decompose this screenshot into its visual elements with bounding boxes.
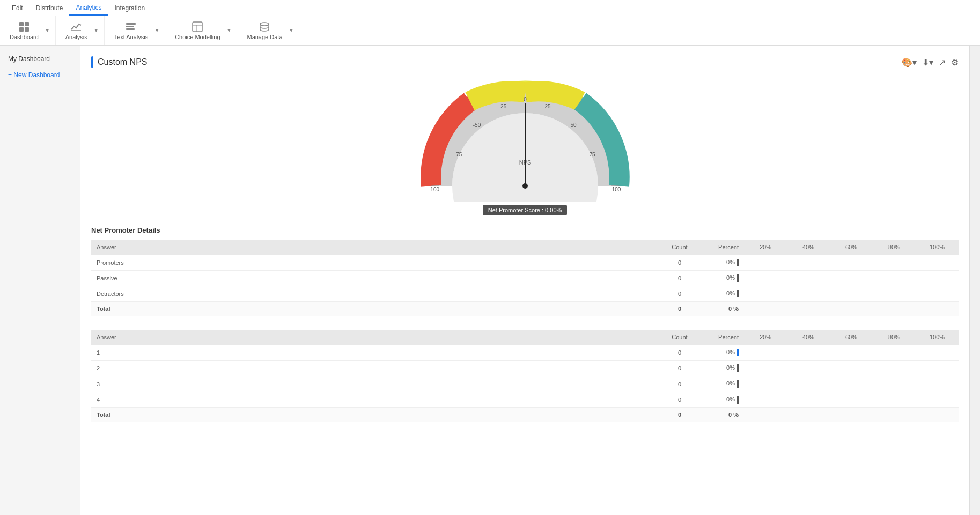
table-row: 4 0 0% xyxy=(91,392,959,407)
text-analysis-svg-icon xyxy=(125,21,137,33)
svg-text:-100: -100 xyxy=(428,186,439,192)
dashboard-dropdown-arrow: ▼ xyxy=(45,28,50,33)
svg-point-11 xyxy=(260,23,269,26)
main-layout: My Dashboard + New Dashboard Custom NPS … xyxy=(0,46,980,515)
table-row: Detractors 0 0% xyxy=(91,286,959,302)
table-row: 2 0 0% xyxy=(91,361,959,376)
row4-percent: 0% xyxy=(701,392,744,407)
gauge-tooltip: Net Promoter Score : 0.00% xyxy=(483,205,568,215)
net-promoter-title: Net Promoter Details xyxy=(91,226,959,234)
table-row: Passive 0 0% xyxy=(91,271,959,286)
row3-percent: 0% xyxy=(701,376,744,392)
nav-integration[interactable]: Integration xyxy=(108,0,151,16)
svg-rect-8 xyxy=(193,22,202,32)
toolbar-analysis[interactable]: Analysis ▼ xyxy=(56,16,105,45)
col-answer-header2: Answer xyxy=(91,330,658,345)
analysis-svg-icon xyxy=(70,21,82,33)
page-heading: Custom NPS xyxy=(98,57,147,67)
analysis-icon-group: Analysis xyxy=(61,18,92,43)
svg-rect-2 xyxy=(19,27,24,32)
dashboard-svg-icon xyxy=(18,21,30,33)
row4-count: 0 xyxy=(658,392,701,407)
table-row: 1 0 0% xyxy=(91,345,959,361)
total-count: 0 xyxy=(658,302,701,316)
col-20-header2: 20% xyxy=(744,330,787,345)
svg-rect-3 xyxy=(25,27,29,32)
col-percent-header: Percent xyxy=(701,240,744,255)
row3-answer: 3 xyxy=(91,376,658,392)
toolbar-choice-modelling[interactable]: Choice Modelling ▼ xyxy=(165,16,237,45)
settings-icon[interactable]: ⚙ xyxy=(951,57,959,68)
svg-rect-5 xyxy=(126,23,136,25)
gauge-container: -100 -75 -50 -25 0 25 50 75 100 xyxy=(91,79,959,215)
svg-point-25 xyxy=(522,183,528,189)
toolbar-manage-data[interactable]: Manage Data ▼ xyxy=(237,16,299,45)
col-40-header: 40% xyxy=(787,240,830,255)
svg-rect-7 xyxy=(126,28,135,30)
row3-count: 0 xyxy=(658,376,701,392)
passive-answer: Passive xyxy=(91,271,658,286)
col-100-header2: 100% xyxy=(916,330,959,345)
toolbar-text-analysis[interactable]: Text Analysis ▼ xyxy=(105,16,166,45)
toolbar-dashboard[interactable]: Dashboard ▼ xyxy=(0,16,56,45)
net-promoter-section: Net Promoter Details Answer Count Percen… xyxy=(91,226,959,316)
sidebar: My Dashboard + New Dashboard xyxy=(0,46,80,515)
passive-count: 0 xyxy=(658,271,701,286)
detractors-percent: 0% xyxy=(701,286,744,302)
nav-edit[interactable]: Edit xyxy=(5,0,30,16)
response-total-count: 0 xyxy=(658,407,701,422)
response-details-table: Answer Count Percent 20% 40% 60% 80% 100… xyxy=(91,330,959,422)
row2-count: 0 xyxy=(658,361,701,376)
col-40-header2: 40% xyxy=(787,330,830,345)
row2-bar xyxy=(737,364,739,372)
row4-answer: 4 xyxy=(91,392,658,407)
svg-text:-75: -75 xyxy=(454,152,462,158)
row3-bar xyxy=(737,380,739,388)
analysis-label: Analysis xyxy=(65,34,87,40)
row1-count: 0 xyxy=(658,345,701,361)
text-analysis-label: Text Analysis xyxy=(114,34,149,40)
choice-modelling-label: Choice Modelling xyxy=(175,34,220,40)
total-row: Total 0 0 % xyxy=(91,302,959,316)
text-analysis-icon-group: Text Analysis xyxy=(110,18,153,43)
svg-text:75: 75 xyxy=(589,152,595,158)
promoters-bar xyxy=(737,259,739,266)
col-count-header: Count xyxy=(658,240,701,255)
gauge-svg: -100 -75 -50 -25 0 25 50 75 100 xyxy=(418,79,632,202)
col-80-header2: 80% xyxy=(873,330,916,345)
svg-rect-0 xyxy=(19,22,24,26)
page-actions: 🎨▾ ⬇▾ ↗ ⚙ xyxy=(902,57,959,68)
download-icon[interactable]: ⬇▾ xyxy=(922,57,933,68)
col-percent-header2: Percent xyxy=(701,330,744,345)
page-title-bar: Custom NPS 🎨▾ ⬇▾ ↗ ⚙ xyxy=(91,56,959,68)
row1-answer: 1 xyxy=(91,345,658,361)
detractors-count: 0 xyxy=(658,286,701,302)
col-60-header2: 60% xyxy=(830,330,873,345)
dashboard-label: Dashboard xyxy=(10,34,39,40)
manage-data-icon-group: Manage Data xyxy=(242,18,286,43)
col-20-header: 20% xyxy=(744,240,787,255)
sidebar-my-dashboard[interactable]: My Dashboard xyxy=(0,51,80,67)
svg-text:-50: -50 xyxy=(473,122,481,128)
toolbar: Dashboard ▼ Analysis ▼ Text Analysis ▼ xyxy=(0,16,980,46)
nav-distribute[interactable]: Distribute xyxy=(30,0,70,16)
col-count-header2: Count xyxy=(658,330,701,345)
promoters-percent: 0% xyxy=(701,255,744,271)
right-panel xyxy=(969,46,980,515)
table-row: 3 0 0% xyxy=(91,376,959,392)
col-answer-header: Answer xyxy=(91,240,658,255)
text-analysis-dropdown-arrow: ▼ xyxy=(154,28,159,33)
svg-text:25: 25 xyxy=(544,103,551,109)
row2-answer: 2 xyxy=(91,361,658,376)
nav-analytics[interactable]: Analytics xyxy=(69,0,108,16)
net-promoter-table: Answer Count Percent 20% 40% 60% 80% 100… xyxy=(91,240,959,316)
palette-icon[interactable]: 🎨▾ xyxy=(902,57,917,68)
sidebar-new-dashboard[interactable]: + New Dashboard xyxy=(0,67,80,83)
passive-bar xyxy=(737,274,739,282)
response-total-percent: 0 % xyxy=(701,407,744,422)
manage-data-dropdown-arrow: ▼ xyxy=(289,28,294,33)
response-total-row: Total 0 0 % xyxy=(91,407,959,422)
share-icon[interactable]: ↗ xyxy=(939,57,946,68)
row1-percent: 0% xyxy=(701,345,744,361)
detractors-bar xyxy=(737,290,739,297)
